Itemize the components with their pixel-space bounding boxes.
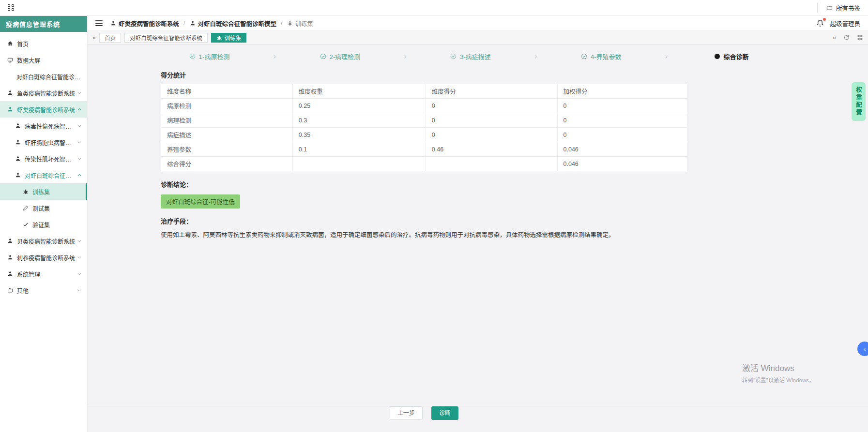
apps-grid-icon[interactable] [8,4,15,11]
person-icon [7,106,14,112]
tab-wss-system[interactable]: 对虾白斑综合征智能诊断系统 [124,33,208,43]
step-pathogen-detection[interactable]: 1-病原检测 [146,52,273,61]
col-header-weight: 维度权重 [292,84,426,99]
person-icon [7,90,14,96]
cell: 0.35 [292,128,426,142]
sidebar-item-imn-model[interactable]: 传染性肌坏死智能诊断模型 [0,150,87,167]
table-row: 病症描述 0.35 0 0 [161,128,687,142]
collapse-sidebar-button[interactable] [95,20,103,26]
sidebar-item-other[interactable]: 其他 [0,282,87,298]
sidebar-item-viral-model[interactable]: 病毒性偷死病智能诊断模型 [0,118,87,134]
windows-watermark: 激活 Windows 转到“设置”以激活 Windows。 [742,361,815,384]
sidebar-item-seacucumber-system[interactable]: 刺参疫病智能诊断系统 [0,249,87,266]
sidebar-item-test-set[interactable]: 测试集 [0,200,87,216]
cell: 0.046 [557,142,687,157]
check-circle-icon [450,53,457,60]
tabs-scroll-left-icon[interactable]: « [92,34,96,41]
chevron-up-icon [76,106,82,112]
cell [426,157,557,171]
wizard-stepper: 1-病原检测 › 2-病理检测 › 3-病症描述 › 4-养殖参数 › [146,52,795,61]
sidebar-item-home[interactable]: 首页 [0,35,87,52]
cell: 综合得分 [161,157,293,171]
step-symptom-description[interactable]: 3-病症描述 [407,52,534,61]
person-icon [190,20,196,26]
check-circle-icon [320,53,326,60]
tab-label: 训练集 [225,34,242,42]
sidebar-item-fish-system[interactable]: 鱼类疫病智能诊断系统 [0,85,87,101]
conclusion-label: 诊断结论： [161,179,687,189]
tab-home[interactable]: 首页 [99,33,121,43]
notification-bell-icon[interactable] [816,19,824,27]
briefcase-icon [7,287,14,293]
person-icon [110,20,116,26]
chevron-down-icon [76,287,82,293]
tab-label: 首页 [105,34,116,42]
folder-icon [826,5,833,11]
sidebar-item-data-screen[interactable]: 数据大屏 [0,52,87,68]
breadcrumb-item[interactable]: 对虾白斑综合征智能诊断模型 [190,19,277,28]
chevron-down-icon [76,271,82,277]
sidebar-item-label: 对虾白斑综合征智能诊断系统 [16,73,82,81]
cell: 0 [426,128,557,142]
step-farming-parameters[interactable]: 4-养殖参数 [537,52,665,61]
sidebar-item-label: 虾肝肠胞虫病智能诊断模型 [25,138,76,147]
browser-bookmarks-bar: 所有书签 [0,0,868,16]
col-header-dimension: 维度名称 [161,84,293,99]
bug-icon [23,189,29,194]
sidebar-item-shrimp-system[interactable]: 虾类疫病智能诊断系统 [0,101,87,118]
cell: 病症描述 [161,128,293,142]
step-comprehensive-diagnosis[interactable]: 综合诊断 [668,52,795,61]
sidebar-item-validation-set[interactable]: 验证集 [0,216,87,233]
sidebar-item-shellfish-system[interactable]: 贝类疫病智能诊断系统 [0,233,87,249]
all-bookmarks-button[interactable]: 所有书签 [817,3,860,13]
table-row: 病原检测 0.25 0 0 [161,99,687,113]
step-label: 综合诊断 [723,52,748,61]
notification-badge [823,18,826,21]
refresh-icon[interactable] [843,34,850,41]
current-user[interactable]: 超级管理员 [830,19,860,28]
diagnose-button[interactable]: 诊断 [431,406,458,420]
chevron-down-icon [76,139,82,145]
tab-training-set[interactable]: 训练集 [211,33,247,43]
breadcrumb: 虾类疫病智能诊断系统 / 对虾白斑综合征智能诊断模型 / 训练集 [110,19,313,28]
screen-icon [7,57,14,63]
sidebar-item-label: 鱼类疫病智能诊断系统 [17,89,75,97]
chevron-down-icon [76,238,82,244]
layout-grid-icon[interactable] [857,34,863,41]
col-header-score: 维度得分 [426,84,557,99]
app-frame: 疫病信息管理系统 首页 数据大屏 对虾白斑综合征智能诊断系统 鱼类疫病智能诊断系… [0,16,868,432]
breadcrumb-item-current: 训练集 [287,19,314,28]
main-area: 虾类疫病智能诊断系统 / 对虾白斑综合征智能诊断模型 / 训练集 超级 [88,16,868,432]
chevron-down-icon [76,254,82,260]
step-pathology-detection[interactable]: 2-病理检测 [276,52,404,61]
sidebar-item-label: 传染性肌坏死智能诊断模型 [25,155,76,163]
current-step-dot-icon [715,54,720,59]
cell: 0.1 [292,142,426,157]
weight-config-tab[interactable]: 权重配置 [852,82,866,121]
collapse-panel-fab[interactable]: ‹ [857,342,868,356]
sidebar-item-wss-model[interactable]: 对虾白斑综合征智能诊断模型 [0,167,87,183]
chevron-left-icon: ‹ [864,345,866,353]
sidebar-item-ehp-model[interactable]: 虾肝肠胞虫病智能诊断模型 [0,134,87,150]
sidebar-item-wssd-system[interactable]: 对虾白斑综合征智能诊断系统 [0,68,87,85]
sidebar-item-training-set[interactable]: 训练集 [0,183,87,200]
score-title: 得分统计 [161,70,687,79]
all-bookmarks-label: 所有书签 [836,3,860,13]
pencil-icon [23,205,29,211]
watermark-line2: 转到“设置”以激活 Windows。 [742,376,815,384]
cell: 0.046 [557,157,687,171]
cell: 0 [557,128,687,142]
user-icon [7,271,14,277]
tabbar-actions: » [833,34,863,41]
sidebar-item-label: 测试集 [32,204,50,212]
previous-step-button[interactable]: 上一步 [390,406,423,420]
score-table: 维度名称 维度权重 维度得分 加权得分 病原检测 0.25 0 0 [161,84,687,171]
breadcrumb-item[interactable]: 虾类疫病智能诊断系统 [110,19,179,28]
tabs-scroll-right-icon[interactable]: » [833,34,836,41]
step-label: 2-病理检测 [330,52,361,61]
breadcrumb-label: 对虾白斑综合征智能诊断模型 [198,19,277,28]
sidebar-item-system-admin[interactable]: 系统管理 [0,266,87,282]
sidebar-item-label: 系统管理 [17,270,40,278]
cell: 0 [426,99,557,113]
cell: 0.3 [292,113,426,128]
